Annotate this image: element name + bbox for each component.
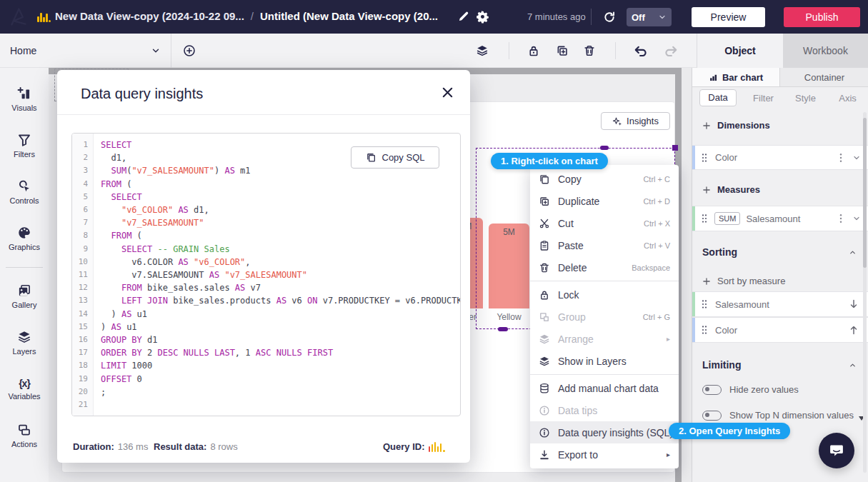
redo-icon[interactable] bbox=[663, 44, 679, 57]
add-dimension-button[interactable]: Dimensions bbox=[702, 120, 770, 131]
menu-item-add-manual-chart-data[interactable]: Add manual chart data bbox=[530, 377, 679, 399]
help-chat-button[interactable] bbox=[819, 433, 854, 468]
publish-button[interactable]: Publish bbox=[784, 7, 860, 27]
tab-axis[interactable]: Axis bbox=[827, 93, 868, 104]
delete-toolbar-icon[interactable] bbox=[583, 44, 596, 57]
sidebar-item-filters[interactable]: Filters bbox=[1, 124, 47, 168]
drag-handle-icon[interactable] bbox=[702, 299, 707, 309]
tab-style[interactable]: Style bbox=[784, 93, 827, 104]
menu-item-data-tips: Data tips bbox=[530, 399, 679, 421]
add-page-button[interactable] bbox=[183, 44, 196, 57]
sidebar-item-actions[interactable]: Actions bbox=[1, 413, 47, 458]
tab-object[interactable]: Object bbox=[697, 34, 783, 68]
page-selector[interactable]: Home bbox=[0, 34, 171, 68]
copy-icon bbox=[539, 174, 550, 185]
sort-by-measure-button[interactable]: Sort by measure bbox=[702, 276, 785, 286]
sidebar-item-label: Variables bbox=[8, 392, 40, 401]
sort-row-salesamount[interactable]: Salesamount bbox=[692, 291, 868, 317]
sidebar-item-label: Graphics bbox=[9, 243, 40, 251]
selection-handle[interactable] bbox=[498, 327, 508, 331]
menu-item-data-query-insights[interactable]: Data query insights (SQL) bbox=[530, 421, 679, 443]
menu-item-cut[interactable]: CutCtrl + X bbox=[530, 212, 679, 234]
close-icon[interactable] bbox=[441, 86, 454, 99]
toggle-off[interactable] bbox=[702, 411, 722, 421]
menu-item-duplicate[interactable]: DuplicateCtrl + D bbox=[530, 190, 679, 212]
sql-line: 12 FROM bike_sales.sales AS v7 bbox=[72, 281, 460, 294]
hide-zero-values-toggle-row[interactable]: Hide zero values bbox=[702, 384, 799, 395]
tab-bar-chart[interactable]: Bar chart bbox=[692, 68, 780, 87]
sidebar-item-variables[interactable]: {x} Variables bbox=[1, 367, 47, 411]
kebab-menu-icon[interactable] bbox=[839, 214, 842, 224]
tab-container[interactable]: Container bbox=[780, 68, 868, 87]
drag-handle-icon[interactable] bbox=[702, 214, 707, 224]
toggle-off[interactable] bbox=[702, 385, 722, 395]
sql-line: 6 "v6_COLOR" AS d1, bbox=[72, 204, 460, 216]
limiting-section-header[interactable]: Limiting bbox=[692, 356, 868, 374]
plus-icon bbox=[702, 277, 711, 286]
drag-handle-icon[interactable] bbox=[702, 153, 707, 163]
lock-toolbar-icon[interactable] bbox=[527, 44, 540, 57]
layers-toolbar-icon[interactable] bbox=[476, 44, 489, 57]
kebab-menu-icon[interactable] bbox=[839, 153, 842, 163]
dialog-title: Data query insights bbox=[81, 86, 203, 102]
top-header: New Data View-copy (2024-10-22 09... / U… bbox=[0, 0, 868, 34]
sidebar-item-visuals[interactable]: Visuals bbox=[1, 77, 47, 121]
sidebar-item-controls[interactable]: Controls bbox=[1, 170, 47, 214]
sidebar-item-graphics[interactable]: Graphics bbox=[1, 216, 47, 261]
sql-line: 17ORDER BY 2 DESC NULLS LAST, 1 ASC NULL… bbox=[72, 346, 460, 359]
menu-item-show-in-layers[interactable]: Show in Layers bbox=[530, 350, 679, 372]
autosave-dropdown[interactable]: Off bbox=[627, 8, 672, 26]
selection-handle[interactable] bbox=[600, 146, 609, 150]
dimension-row-color[interactable]: Color bbox=[692, 145, 868, 170]
chevron-down-icon bbox=[151, 46, 161, 56]
sort-row-color[interactable]: Color bbox=[692, 317, 868, 343]
preview-button[interactable]: Preview bbox=[692, 7, 765, 27]
tab-filter[interactable]: Filter bbox=[742, 93, 784, 104]
visuals-icon bbox=[16, 86, 32, 101]
drag-handle-icon[interactable] bbox=[702, 325, 707, 335]
sql-line: 20; bbox=[72, 386, 460, 398]
chevron-up-icon[interactable] bbox=[849, 248, 857, 256]
menu-item-paste[interactable]: PasteCtrl + V bbox=[530, 234, 679, 256]
breadcrumb-workbook-title[interactable]: Untitled (New Data View-copy (20... bbox=[260, 10, 438, 22]
chevron-down-icon[interactable] bbox=[852, 154, 861, 162]
insights-button[interactable]: Insights bbox=[601, 112, 670, 130]
duplicate-toolbar-icon[interactable] bbox=[556, 44, 569, 57]
sidebar-item-gallery[interactable]: Gallery bbox=[1, 274, 47, 318]
sort-asc-arrow-icon[interactable] bbox=[849, 325, 858, 335]
menu-item-lock[interactable]: Lock bbox=[530, 283, 679, 306]
panel-scrollbar[interactable] bbox=[863, 112, 867, 473]
copy-sql-label: Copy SQL bbox=[382, 152, 425, 163]
bar-chart-icon bbox=[709, 73, 718, 82]
chevron-down-icon[interactable] bbox=[852, 214, 861, 223]
filters-icon bbox=[16, 133, 32, 147]
refresh-icon[interactable] bbox=[603, 11, 616, 24]
top-n-toggle-row[interactable]: Show Top N dimension values bbox=[702, 410, 854, 421]
aggregation-badge[interactable]: SUM bbox=[714, 212, 740, 225]
menu-item-export-to[interactable]: Export to▸ bbox=[530, 443, 679, 466]
header-divider bbox=[591, 9, 592, 25]
menu-item-delete[interactable]: DeleteBackspace bbox=[530, 256, 679, 278]
add-measure-button[interactable]: Measures bbox=[702, 184, 760, 195]
tab-data[interactable]: Data bbox=[699, 89, 737, 106]
selection-handle[interactable] bbox=[672, 145, 678, 151]
undo-icon[interactable] bbox=[633, 44, 649, 57]
tab-workbook[interactable]: Workbook bbox=[783, 34, 868, 68]
sql-code-block[interactable]: 1SELECT2 d1,3 SUM("v7_SALESAMOUNT") AS m… bbox=[71, 133, 461, 416]
database-icon bbox=[539, 383, 550, 394]
sort-desc-arrow-icon[interactable] bbox=[849, 299, 858, 309]
chat-bubble-icon bbox=[827, 441, 846, 460]
sql-line: 18LIMIT 1000 bbox=[72, 359, 460, 372]
breadcrumb-dataset[interactable]: New Data View-copy (2024-10-22 09... bbox=[55, 10, 244, 22]
copy-sql-button[interactable]: Copy SQL bbox=[351, 146, 439, 169]
sorting-section-header[interactable]: Sorting bbox=[692, 243, 868, 261]
measure-row-salesamount[interactable]: SUM Salesamount bbox=[692, 206, 868, 231]
rename-pencil-icon[interactable] bbox=[457, 10, 470, 23]
app-logo-icon[interactable] bbox=[7, 6, 29, 28]
chevron-up-icon[interactable] bbox=[849, 361, 857, 369]
sql-line: 21 bbox=[72, 398, 460, 411]
settings-gear-icon[interactable] bbox=[476, 10, 489, 24]
sidebar-item-layers[interactable]: Layers bbox=[1, 321, 47, 365]
panel-tabs: Data Filter Style Axis bbox=[692, 87, 868, 109]
menu-item-copy[interactable]: CopyCtrl + C bbox=[530, 168, 679, 190]
